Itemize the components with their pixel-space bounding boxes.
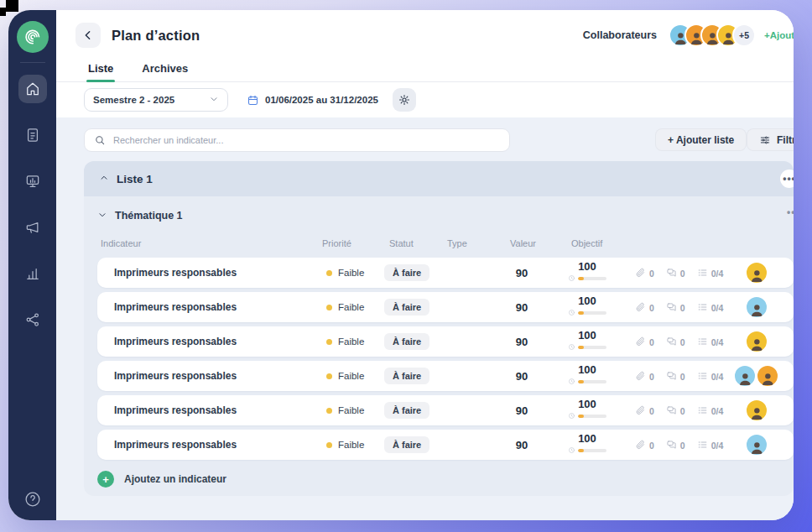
indicator-name: Imprimeurs responsables <box>114 336 237 347</box>
add-indicator-button[interactable]: + Ajoutez un indicateur <box>97 471 226 488</box>
table-row[interactable]: Imprimeurs responsables Faible À faire 9… <box>97 430 794 460</box>
sidebar-item-megaphone[interactable] <box>18 213 47 242</box>
add-collaborator-button[interactable]: +Ajouter <box>764 30 794 40</box>
table-row[interactable]: Imprimeurs responsables Faible À faire 9… <box>97 292 794 322</box>
progress-track <box>578 449 606 452</box>
filter-button[interactable]: Filtrer <box>747 128 794 151</box>
objective-value: 100 <box>578 433 596 445</box>
paperclip-icon <box>635 440 646 451</box>
comments-icon <box>666 268 677 279</box>
chevron-down-icon <box>209 94 219 106</box>
person-icon <box>749 439 765 455</box>
expand-chevron-down-icon[interactable] <box>97 208 107 223</box>
objective-cell: 100 <box>562 295 612 316</box>
progress-fill <box>578 380 584 383</box>
person-icon <box>760 370 776 386</box>
back-button[interactable] <box>75 23 101 48</box>
priority-label: Faible <box>338 336 364 347</box>
status-badge: À faire <box>384 299 429 316</box>
list-header: Liste 1 ••• <box>84 161 794 196</box>
priority-label: Faible <box>338 371 364 381</box>
value-cell: 90 <box>497 370 547 383</box>
priority-dot-icon <box>326 373 332 379</box>
search-input[interactable] <box>113 135 500 145</box>
assignee-avatars <box>733 433 792 456</box>
comments-icon <box>666 405 677 416</box>
objective-cell: 100 <box>562 261 612 282</box>
sidebar-item-network[interactable] <box>18 305 47 334</box>
priority-cell: Faible <box>326 268 364 278</box>
sidebar-item-home[interactable] <box>18 75 47 103</box>
col-indicateur: Indicateur <box>101 238 141 248</box>
progress-track <box>578 380 606 383</box>
clock-icon <box>568 309 575 316</box>
progress-fill <box>578 277 584 280</box>
progress-track <box>578 277 606 280</box>
brand-logo[interactable] <box>17 21 49 53</box>
clock-icon <box>568 412 575 420</box>
help-icon[interactable] <box>23 490 42 509</box>
status-badge: À faire <box>384 264 429 281</box>
paperclip-icon <box>635 405 646 416</box>
objective-cell: 100 <box>562 399 612 420</box>
checklist-count: 0/4 <box>697 440 724 451</box>
group-menu-button[interactable]: ••• <box>787 206 794 218</box>
objective-cell: 100 <box>562 330 612 351</box>
table-row[interactable]: Imprimeurs responsables Faible À faire 9… <box>97 326 794 357</box>
avatar-overflow-badge[interactable]: +5 <box>732 23 756 47</box>
comments-icon <box>666 336 677 347</box>
attachments-count: 0 <box>635 336 654 347</box>
comments-icon <box>666 440 677 451</box>
main-panel: Plan d’action Collaborateurs +5 +Ajouter… <box>56 10 794 520</box>
indicator-name: Imprimeurs responsables <box>114 439 237 451</box>
clock-icon <box>568 378 575 385</box>
settings-button[interactable] <box>393 88 416 112</box>
col-objectif: Objectif <box>571 238 602 248</box>
col-statut: Statut <box>389 238 414 248</box>
avatar <box>745 433 768 456</box>
table-row[interactable]: Imprimeurs responsables Faible À faire 9… <box>97 361 794 391</box>
checklist-count: 0/4 <box>697 371 724 382</box>
avatar <box>745 295 768 319</box>
col-type: Type <box>447 238 467 248</box>
chevron-left-icon <box>81 29 95 42</box>
attachments-count: 0 <box>635 302 654 313</box>
tab-liste[interactable]: Liste <box>86 60 115 81</box>
list-menu-button[interactable]: ••• <box>780 170 794 188</box>
content-area: + Ajouter liste Filtrer Liste 1 ••• Thém… <box>56 117 794 520</box>
filter-button-label: Filtrer <box>777 134 794 146</box>
sidebar-item-document[interactable] <box>18 121 47 149</box>
collapse-chevron-up-icon[interactable] <box>99 171 109 186</box>
priority-label: Faible <box>338 405 364 415</box>
date-range-value: 01/06/2025 au 31/12/2025 <box>265 95 378 105</box>
assignee-avatars <box>733 399 792 422</box>
value-cell: 90 <box>497 404 547 417</box>
status-badge: À faire <box>384 333 429 350</box>
status-badge: À faire <box>384 436 429 453</box>
thematic-group: Thématique 1 ••• Indicateur Priorité Sta… <box>84 196 794 488</box>
avatar <box>745 261 768 284</box>
objective-value: 100 <box>578 399 596 410</box>
table-row[interactable]: Imprimeurs responsables Faible À faire 9… <box>97 258 794 288</box>
add-indicator-label: Ajoutez un indicateur <box>124 473 226 485</box>
date-range-picker[interactable]: 01/06/2025 au 31/12/2025 <box>247 94 378 107</box>
priority-cell: Faible <box>326 371 364 381</box>
checklist-icon <box>697 302 708 313</box>
avatar <box>733 364 757 388</box>
priority-dot-icon <box>326 442 332 448</box>
table-row[interactable]: Imprimeurs responsables Faible À faire 9… <box>97 395 794 425</box>
comments-count: 0 <box>666 371 685 382</box>
objective-cell: 100 <box>562 433 612 454</box>
sidebar-item-bar-chart[interactable] <box>18 259 47 288</box>
tab-archives[interactable]: Archives <box>140 60 190 81</box>
checklist-count: 0/4 <box>697 336 724 347</box>
period-select[interactable]: Semestre 2 - 2025 <box>84 88 228 112</box>
col-priorite: Priorité <box>322 238 351 248</box>
value-cell: 90 <box>497 301 547 314</box>
page-title: Plan d’action <box>112 28 200 44</box>
add-list-button[interactable]: + Ajouter liste <box>655 128 747 151</box>
plus-icon: + <box>97 471 114 488</box>
sidebar-item-monitor[interactable] <box>18 167 47 196</box>
list-section: Liste 1 ••• Thématique 1 ••• Indicateur … <box>84 161 794 496</box>
attachments-count: 0 <box>635 405 654 416</box>
